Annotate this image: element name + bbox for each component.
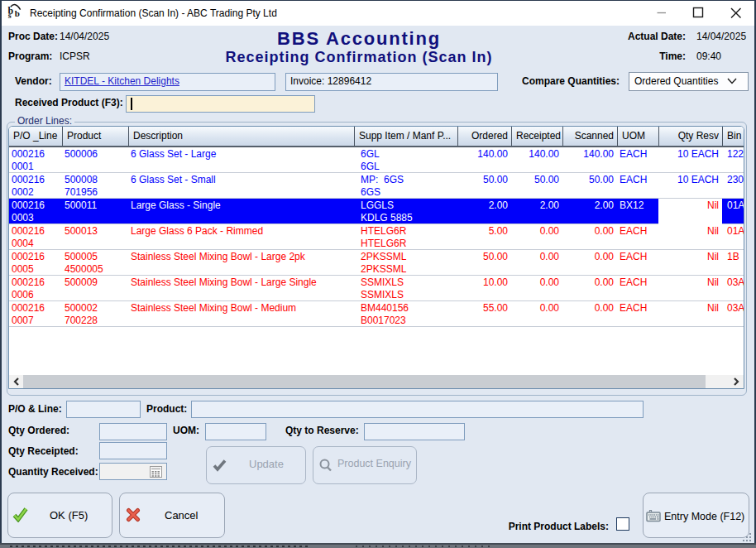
svg-text:s: s: [8, 11, 12, 20]
svg-text:b: b: [15, 8, 20, 18]
